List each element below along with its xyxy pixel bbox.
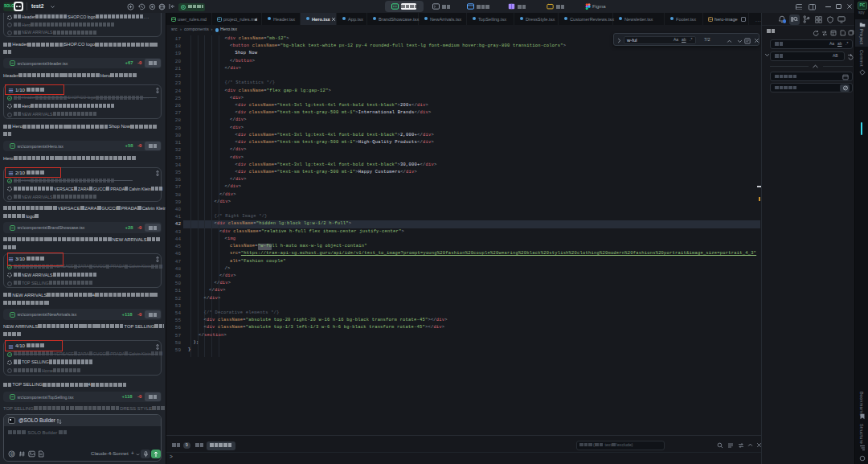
svg-text:@: @: [10, 451, 15, 456]
